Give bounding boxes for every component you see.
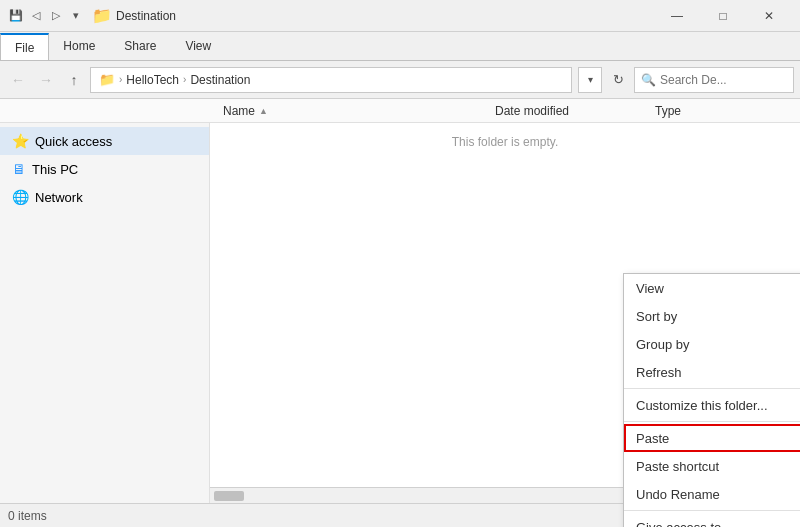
forward-button[interactable]: → [34,68,58,92]
separator-2 [624,421,800,422]
menu-item-group-by[interactable]: Group by › [624,330,800,358]
sort-arrow: ▲ [259,106,268,116]
maximize-button[interactable]: □ [700,0,746,32]
menu-item-paste[interactable]: Paste [624,424,800,452]
context-menu: View › Sort by › Group by › Refresh Cust… [623,273,800,527]
menu-item-give-access[interactable]: Give access to › [624,513,800,527]
column-headers: Name ▲ Date modified Type [0,99,800,123]
tab-home[interactable]: Home [49,32,110,60]
title-bar: 💾 ◁ ▷ ▾ 📁 Destination ― □ ✕ [0,0,800,32]
content-area[interactable]: This folder is empty. View › Sort by › G… [210,123,800,527]
network-icon: 🌐 [12,189,29,205]
back-button[interactable]: ← [6,68,30,92]
empty-folder-text: This folder is empty. [452,135,558,149]
dropdown-icon[interactable]: ▾ [68,8,84,24]
folder-icon: 📁 [92,6,112,25]
path-segment-destination[interactable]: Destination [190,73,250,87]
address-path[interactable]: 📁 › HelloTech › Destination [90,67,572,93]
search-input[interactable] [660,73,787,87]
back-icon[interactable]: ◁ [28,8,44,24]
scrollbar-thumb[interactable] [214,491,244,501]
tab-view[interactable]: View [171,32,226,60]
main-layout: ⭐ Quick access 🖥 This PC 🌐 Network This … [0,123,800,527]
forward-icon[interactable]: ▷ [48,8,64,24]
column-type[interactable]: Type [655,104,775,118]
window-controls: ― □ ✕ [654,0,792,32]
window-title: Destination [116,9,654,23]
separator-3 [624,510,800,511]
menu-item-paste-shortcut[interactable]: Paste shortcut [624,452,800,480]
sidebar-item-label-network: Network [35,190,83,205]
menu-item-view[interactable]: View › [624,274,800,302]
separator-1 [624,388,800,389]
search-icon: 🔍 [641,73,656,87]
menu-item-sort-by[interactable]: Sort by › [624,302,800,330]
tab-share[interactable]: Share [110,32,171,60]
column-name[interactable]: Name ▲ [215,104,495,118]
ribbon-tabs: File Home Share View [0,32,800,60]
column-date-modified[interactable]: Date modified [495,104,655,118]
search-box[interactable]: 🔍 [634,67,794,93]
sidebar: ⭐ Quick access 🖥 This PC 🌐 Network [0,123,210,527]
menu-item-customize[interactable]: Customize this folder... [624,391,800,419]
address-bar: ← → ↑ 📁 › HelloTech › Destination ▾ ↻ 🔍 [0,61,800,99]
up-button[interactable]: ↑ [62,68,86,92]
title-bar-quick-actions: 💾 ◁ ▷ ▾ [8,8,84,24]
sidebar-item-label-quick-access: Quick access [35,134,112,149]
path-folder-icon: 📁 [99,72,115,87]
save-icon[interactable]: 💾 [8,8,24,24]
quick-access-icon: ⭐ [12,133,29,149]
address-dropdown-button[interactable]: ▾ [578,67,602,93]
menu-item-undo-rename[interactable]: Undo Rename Ctrl+Z [624,480,800,508]
sidebar-item-network[interactable]: 🌐 Network [0,183,209,211]
path-segment-hellotech[interactable]: HelloTech [126,73,179,87]
ribbon: File Home Share View [0,32,800,61]
sidebar-item-this-pc[interactable]: 🖥 This PC [0,155,209,183]
refresh-button[interactable]: ↻ [606,68,630,92]
tab-file[interactable]: File [0,33,49,60]
menu-item-refresh[interactable]: Refresh [624,358,800,386]
sidebar-item-label-this-pc: This PC [32,162,78,177]
path-chevron-2: › [183,74,186,85]
sidebar-item-quick-access[interactable]: ⭐ Quick access [0,127,209,155]
this-pc-icon: 🖥 [12,161,26,177]
item-count: 0 items [8,509,47,523]
close-button[interactable]: ✕ [746,0,792,32]
path-chevron-1: › [119,74,122,85]
minimize-button[interactable]: ― [654,0,700,32]
